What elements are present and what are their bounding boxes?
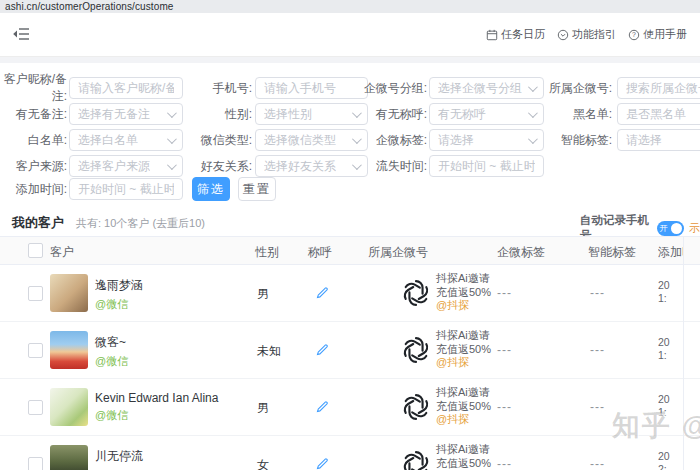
wecom-tag-value: --- bbox=[497, 343, 512, 357]
col-salutation: 称呼 bbox=[308, 244, 332, 261]
account-channel: @抖探 bbox=[436, 299, 491, 313]
smart-tag-input[interactable]: 请选择 bbox=[617, 129, 700, 151]
table-row: 微客~ @微信 未知 抖探Ai邀请 充值返50% @抖探 --- --- 20 … bbox=[0, 322, 700, 379]
added-time-range-input[interactable]: 开始时间 ~ 截止时间 bbox=[69, 178, 183, 200]
customer-name: 川无停流 bbox=[95, 448, 143, 465]
svg-text:?: ? bbox=[632, 31, 636, 38]
table-right-divider bbox=[683, 236, 684, 470]
top-nav-menu: 任务日历 功能指引 ? 使用手册 联系客服 bbox=[486, 13, 700, 56]
customer-channel: @微信 bbox=[95, 354, 128, 369]
added-time-value: 20 1: bbox=[658, 279, 683, 305]
select-all-checkbox[interactable] bbox=[28, 243, 43, 258]
question-icon: ? bbox=[628, 29, 640, 41]
avatar bbox=[50, 445, 88, 470]
toggle-on-text: 开 bbox=[659, 222, 667, 234]
openai-logo-icon bbox=[401, 449, 431, 470]
col-added-time: 添加时间 bbox=[658, 244, 683, 261]
nav-feature-guide[interactable]: 功能指引 bbox=[557, 27, 616, 42]
account-line1: 抖探Ai邀请 bbox=[436, 443, 491, 457]
openai-logo-icon bbox=[401, 335, 431, 365]
account-channel: @抖探 bbox=[436, 413, 491, 427]
customer-name: 微客~ bbox=[95, 334, 128, 351]
col-wecom-tag: 企微标签 bbox=[497, 244, 545, 261]
filter-smart-tag: 智能标签: 请选择 bbox=[500, 128, 700, 152]
auto-record-toggle[interactable]: 开 bbox=[657, 221, 684, 236]
gender-value: 未知 bbox=[257, 343, 281, 360]
filter-button[interactable]: 筛选 bbox=[192, 177, 230, 201]
avatar bbox=[50, 388, 88, 426]
row-checkbox[interactable] bbox=[28, 457, 43, 470]
avatar bbox=[50, 274, 88, 312]
row-checkbox[interactable] bbox=[28, 286, 43, 301]
added-time-value: 20 1: bbox=[658, 393, 683, 419]
filter-owner-wecom: 所属企微号: 搜索所属企微号 bbox=[500, 76, 700, 100]
nav-task-calendar[interactable]: 任务日历 bbox=[486, 27, 545, 42]
customer-channel: @微信 bbox=[95, 297, 143, 312]
account-line2: 充值返50% bbox=[436, 343, 491, 357]
added-time-value: 20 1: bbox=[658, 336, 683, 362]
account-channel: @抖探 bbox=[436, 356, 491, 370]
gender-value: 男 bbox=[257, 286, 269, 303]
wecom-tag-value: --- bbox=[497, 457, 512, 470]
openai-logo-icon bbox=[401, 392, 431, 422]
app-top-nav: 任务日历 功能指引 ? 使用手册 联系客服 bbox=[0, 13, 700, 57]
owner-wecom-input[interactable]: 搜索所属企微号 bbox=[617, 77, 700, 99]
smart-tag-value: --- bbox=[590, 286, 605, 300]
filter-panel: 客户昵称/备注: 请输入客户昵称/备注 手机号: 请输入手机号 企微号分组: 选… bbox=[0, 63, 700, 206]
col-gender: 性别 bbox=[255, 244, 279, 261]
truncated-right-text: 示 bbox=[689, 221, 700, 236]
edit-salutation-icon[interactable] bbox=[316, 456, 330, 470]
account-line1: 抖探Ai邀请 bbox=[436, 272, 491, 286]
table-row: 逸雨梦涵 @微信 男 抖探Ai邀请 充值返50% @抖探 --- --- 20 … bbox=[0, 265, 700, 322]
customer-name: 逸雨梦涵 bbox=[95, 277, 143, 294]
account-line1: 抖探Ai邀请 bbox=[436, 329, 491, 343]
row-checkbox[interactable] bbox=[28, 343, 43, 358]
page-title: 我的客户 bbox=[12, 214, 64, 232]
customer-name: Kevin Edward Ian Alina bbox=[95, 391, 218, 405]
blacklist-input[interactable]: 是否黑名单 bbox=[617, 103, 700, 125]
churn-time-range-input[interactable]: 开始时间 ~ 截止时间 bbox=[429, 155, 544, 177]
avatar bbox=[50, 331, 88, 369]
browser-url-bar: ashi.cn/customerOperations/custome bbox=[0, 0, 700, 13]
smart-tag-value: --- bbox=[590, 343, 605, 357]
smart-tag-value: --- bbox=[590, 457, 605, 470]
edit-salutation-icon[interactable] bbox=[316, 399, 330, 413]
filter-blacklist: 黑名单: 是否黑名单 bbox=[500, 102, 700, 126]
customer-channel: @微信 bbox=[95, 408, 218, 423]
sidebar-fold-icon[interactable] bbox=[12, 27, 30, 41]
reset-button[interactable]: 重置 bbox=[238, 177, 276, 201]
smart-tag-value: --- bbox=[590, 400, 605, 414]
wecom-tag-value: --- bbox=[497, 286, 512, 300]
table-row: Kevin Edward Ian Alina @微信 男 抖探Ai邀请 充值返5… bbox=[0, 379, 700, 436]
col-smart-tag: 智能标签 bbox=[588, 244, 636, 261]
gender-value: 女 bbox=[257, 457, 269, 470]
col-wecom-account: 所属企微号 bbox=[368, 244, 428, 261]
customer-count-summary: 共有: 10个客户 (去重后10) bbox=[76, 216, 205, 231]
edit-salutation-icon[interactable] bbox=[316, 285, 330, 299]
account-line2: 充值返50% bbox=[436, 400, 491, 414]
url-text: ashi.cn/customerOperations/custome bbox=[5, 1, 173, 12]
row-checkbox[interactable] bbox=[28, 400, 43, 415]
col-customer: 客户 bbox=[50, 244, 74, 261]
wecom-tag-value: --- bbox=[497, 400, 512, 414]
customer-section-bar: 我的客户 共有: 10个客户 (去重后10) 自动记录手机号 开 示 bbox=[0, 206, 700, 236]
edit-salutation-icon[interactable] bbox=[316, 342, 330, 356]
calendar-icon bbox=[486, 29, 498, 41]
nav-user-manual[interactable]: ? 使用手册 bbox=[628, 27, 687, 42]
openai-logo-icon bbox=[401, 278, 431, 308]
account-line2: 充值返50% bbox=[436, 457, 491, 470]
toggle-knob bbox=[671, 223, 682, 234]
added-time-value: 20 2: bbox=[658, 450, 683, 470]
gender-value: 男 bbox=[257, 400, 269, 417]
table-header: 客户 性别 称呼 所属企微号 企微标签 智能标签 添加时间 bbox=[0, 236, 700, 265]
guide-icon bbox=[557, 29, 569, 41]
filter-added-time: 添加时间: 开始时间 ~ 截止时间 bbox=[0, 177, 183, 201]
account-line1: 抖探Ai邀请 bbox=[436, 386, 491, 400]
account-line2: 充值返50% bbox=[436, 286, 491, 300]
table-row: 川无停流 @微信 女 抖探Ai邀请 充值返50% @抖探 --- --- 20 … bbox=[0, 436, 700, 470]
filter-churn-time: 流失时间: 开始时间 ~ 截止时间 bbox=[330, 154, 544, 178]
